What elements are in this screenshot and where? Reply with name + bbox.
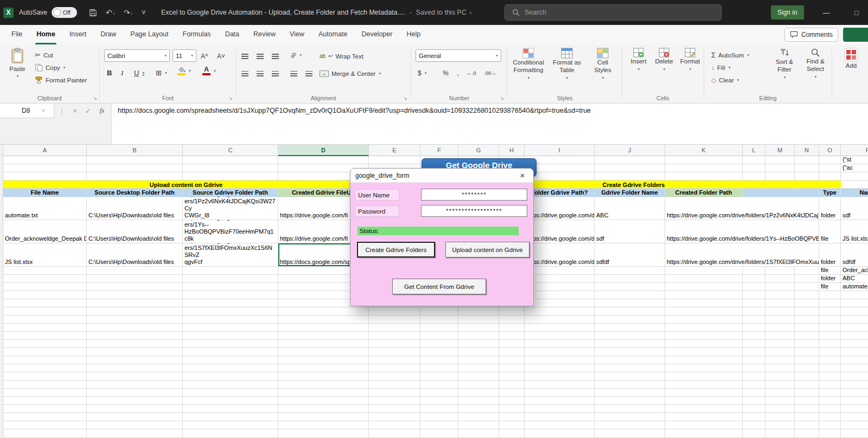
cell-O[interactable] (819, 429, 841, 437)
search-box[interactable]: Search (505, 4, 722, 21)
cell-I[interactable] (525, 267, 595, 275)
cell-K[interactable] (665, 332, 743, 340)
cell-N[interactable] (795, 389, 819, 397)
cell-E[interactable] (369, 397, 420, 405)
cell-O[interactable] (819, 291, 841, 299)
cell-C[interactable] (183, 389, 278, 397)
cell-C[interactable] (183, 283, 278, 291)
cell-M[interactable] (765, 164, 795, 172)
cell-M[interactable] (765, 283, 795, 291)
cell-J[interactable]: Gdrive Folder Name (595, 189, 665, 197)
cell-O[interactable] (819, 381, 841, 389)
cell-F[interactable] (420, 364, 458, 372)
cell-M[interactable] (765, 299, 795, 307)
upload-content-button[interactable]: Upload content on Gdrive (445, 242, 529, 257)
copy-button[interactable]: Copy ▾ (35, 62, 66, 73)
cell-L[interactable] (743, 381, 765, 389)
tab-data[interactable]: Data (218, 25, 246, 44)
cell-B[interactable] (87, 429, 183, 437)
cell-P[interactable] (841, 348, 868, 356)
tab-page-layout[interactable]: Page Layout (123, 25, 175, 44)
cell-F[interactable] (420, 389, 458, 397)
more-options-icon[interactable]: ⋮ (55, 104, 68, 118)
cell-B[interactable] (87, 267, 183, 275)
cell-J[interactable] (595, 364, 665, 372)
column-header-L[interactable]: L (743, 145, 765, 156)
cell-P[interactable] (841, 364, 868, 372)
cell-P[interactable]: {"ac (841, 164, 868, 172)
cell-L[interactable] (743, 164, 765, 172)
cell-F[interactable] (420, 405, 458, 413)
cell-G[interactable] (458, 307, 499, 315)
cell-G[interactable] (458, 381, 499, 389)
cell-A[interactable] (3, 332, 87, 340)
cell-C[interactable] (183, 267, 278, 275)
decrease-decimal-button[interactable]: .00→ (484, 67, 496, 79)
cell-L[interactable] (743, 315, 765, 324)
cell-A[interactable] (3, 156, 87, 164)
font-launcher-icon[interactable]: ↘ (228, 95, 233, 101)
cell-M[interactable] (765, 364, 795, 372)
save-button[interactable] (89, 9, 97, 17)
italic-button[interactable]: I (121, 67, 123, 79)
confirm-entry-button[interactable]: ✓ (81, 104, 94, 118)
cell-E[interactable] (369, 156, 420, 164)
cell-E[interactable] (369, 340, 420, 348)
cell-N[interactable] (795, 291, 819, 299)
cell-N[interactable] (795, 275, 819, 283)
cell-K[interactable] (665, 364, 743, 372)
cell-P[interactable] (841, 181, 868, 189)
cell-C[interactable] (183, 332, 278, 340)
cell-L[interactable] (743, 340, 765, 348)
cell-A[interactable] (3, 413, 87, 421)
cell-O[interactable]: file (819, 220, 841, 243)
saved-status[interactable]: Saved to this PC˅ (416, 9, 472, 16)
fill-color-button[interactable]: ▾ (177, 65, 191, 76)
cell-J[interactable] (595, 348, 665, 356)
cell-G[interactable] (458, 413, 499, 421)
cell-E[interactable] (369, 356, 420, 364)
cell-F[interactable] (420, 397, 458, 405)
cell-O[interactable] (819, 364, 841, 372)
cell-D[interactable] (278, 356, 369, 364)
cell-M[interactable] (765, 356, 795, 364)
cell-I[interactable]: https://drive.google.com/d (525, 197, 595, 220)
column-header-E[interactable]: E (369, 145, 420, 156)
cell-L[interactable] (743, 372, 765, 381)
cell-L[interactable] (743, 299, 765, 307)
cell-K[interactable] (665, 315, 743, 324)
cell-J[interactable] (595, 299, 665, 307)
cell-N[interactable] (795, 381, 819, 389)
cell-B[interactable] (87, 172, 183, 181)
percent-style-button[interactable]: % (443, 67, 449, 79)
cell-O[interactable] (819, 307, 841, 315)
cell-B[interactable]: Source Desktop Folder Path (87, 189, 183, 197)
cell-H[interactable] (499, 389, 525, 397)
cell-N[interactable] (795, 315, 819, 324)
comma-style-button[interactable]: , (457, 67, 459, 79)
orientation-button[interactable]: ab▾ (290, 49, 302, 61)
column-header-P[interactable]: P (841, 145, 868, 156)
cell-K[interactable]: https://drive.google.com/drive/folders/1… (665, 220, 819, 243)
cell-J[interactable] (595, 315, 665, 324)
cell-P[interactable] (841, 381, 868, 389)
cell-A[interactable] (3, 315, 87, 324)
cell-B[interactable] (87, 356, 183, 364)
cell-H[interactable] (499, 405, 525, 413)
cell-C[interactable]: https://drive.google.com/drive/fold ers/… (183, 243, 278, 267)
cell-E[interactable] (369, 381, 420, 389)
cell-A[interactable] (3, 340, 87, 348)
font-name-select[interactable]: Calibri ▾ (104, 49, 170, 62)
cell-I[interactable] (525, 332, 595, 340)
cell-C[interactable] (183, 348, 278, 356)
column-header-H[interactable]: H (499, 145, 525, 156)
align-right-button[interactable] (272, 68, 279, 79)
cell-O[interactable] (819, 421, 841, 429)
minimize-button[interactable]: — (814, 0, 839, 25)
conditional-formatting-button[interactable]: Conditional Formatting ▾ (509, 48, 548, 81)
tab-insert[interactable]: Insert (62, 25, 93, 44)
cell-J[interactable] (595, 172, 665, 181)
cell-L[interactable] (743, 397, 765, 405)
cell-I[interactable] (525, 275, 595, 283)
merge-center-button[interactable]: ↔ Merge & Center ▾ (320, 68, 381, 79)
